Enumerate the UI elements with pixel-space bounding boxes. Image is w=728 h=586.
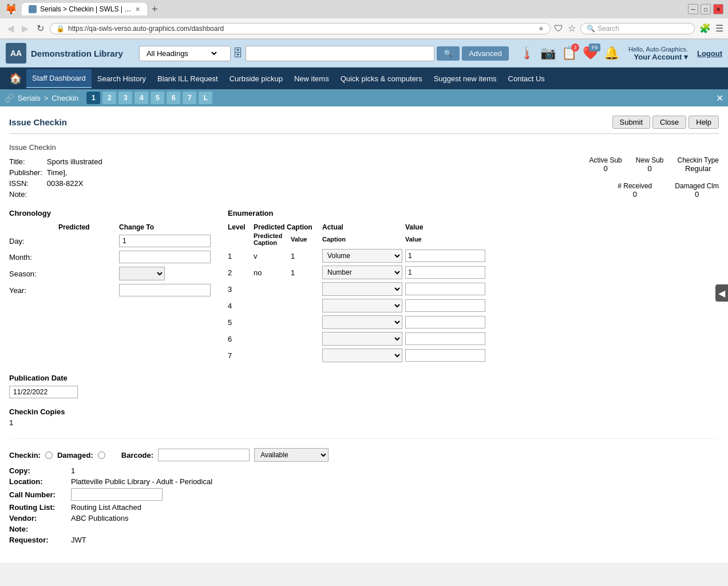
nav-blank-ill[interactable]: Blank ILL Request bbox=[152, 70, 224, 88]
copy-label: Copy: bbox=[9, 466, 66, 475]
menu-icon[interactable]: ☰ bbox=[715, 23, 723, 34]
location-label: Location: bbox=[9, 477, 66, 486]
breadcrumb-checkin[interactable]: Checkin bbox=[52, 94, 78, 102]
checkin-type-label: Checkin Type bbox=[678, 156, 719, 164]
checkin-copies-value: 1 bbox=[9, 418, 719, 427]
note-label: Note: bbox=[9, 189, 47, 200]
enum-actual-caption-7[interactable]: VolumeNumber bbox=[322, 349, 402, 362]
nav-contact[interactable]: Contact Us bbox=[503, 70, 551, 88]
nav-curbside[interactable]: Curbside pickup bbox=[224, 70, 288, 88]
breadcrumb-tab-7[interactable]: 7 bbox=[183, 92, 196, 104]
browser-search[interactable]: 🔍 Search bbox=[580, 23, 695, 34]
barcode-input[interactable] bbox=[158, 449, 250, 461]
list-icon[interactable]: 📋 3 bbox=[561, 46, 577, 61]
new-tab-button[interactable]: + bbox=[152, 3, 158, 15]
enum-actual-value-3[interactable] bbox=[405, 283, 485, 295]
hot-icon[interactable]: 🌡️ bbox=[519, 46, 535, 61]
breadcrumb-tab-3[interactable]: 3 bbox=[118, 92, 132, 104]
enumeration-title: Enumeration bbox=[228, 209, 719, 217]
chrono-day-input[interactable] bbox=[119, 235, 211, 247]
chrono-season-select[interactable]: Spring Summer Fall Winter bbox=[119, 267, 165, 280]
maximize-button[interactable]: □ bbox=[701, 4, 711, 14]
publisher-value: Time], bbox=[47, 167, 102, 178]
enum-actual-caption-3[interactable]: VolumeNumber bbox=[322, 282, 402, 296]
breadcrumb-tab-5[interactable]: 5 bbox=[151, 92, 164, 104]
availability-select[interactable]: Available Checked Out On Order bbox=[254, 448, 329, 462]
heading-select[interactable]: All Headings bbox=[144, 49, 219, 58]
extensions-icon[interactable]: 🧩 bbox=[699, 23, 711, 34]
account-link[interactable]: Your Account ▾ bbox=[634, 53, 688, 61]
enum-level-3: 3 bbox=[228, 285, 251, 294]
tab-close-icon[interactable]: ✕ bbox=[135, 6, 140, 13]
nav-new-items[interactable]: New items bbox=[288, 70, 335, 88]
pub-date-input[interactable] bbox=[9, 386, 78, 398]
enum-actual-caption-1[interactable]: VolumeNumberIssue bbox=[322, 249, 402, 263]
checkin-radio[interactable] bbox=[45, 452, 53, 459]
enum-actual-value-5[interactable] bbox=[405, 316, 485, 328]
nav-staff-dashboard[interactable]: Staff Dashboard bbox=[26, 69, 92, 88]
breadcrumb-tab-6[interactable]: 6 bbox=[167, 92, 180, 104]
heart-icon[interactable]: ❤️ F9 bbox=[583, 46, 598, 61]
shield-icon: 🛡 bbox=[554, 23, 563, 34]
chrono-month-label: Month: bbox=[9, 253, 55, 262]
forward-button[interactable]: ▶ bbox=[19, 22, 31, 35]
close-button[interactable]: Close bbox=[652, 116, 686, 129]
damaged-clm-value: 0 bbox=[675, 190, 719, 199]
breadcrumb-tab-L[interactable]: L bbox=[199, 92, 212, 104]
chrono-year-input[interactable] bbox=[119, 284, 211, 296]
enum-actual-caption-5[interactable]: VolumeNumber bbox=[322, 315, 402, 329]
browser-tab[interactable]: Serials > Checkin | SWLS | platt ✕ bbox=[22, 3, 147, 15]
breadcrumb-tab-4[interactable]: 4 bbox=[134, 92, 148, 104]
requestor-label: Requestor: bbox=[9, 536, 66, 544]
submit-button[interactable]: Submit bbox=[612, 116, 650, 129]
bookmark-icon[interactable]: ☆ bbox=[568, 23, 576, 34]
enum-actual-value-7[interactable] bbox=[405, 349, 485, 362]
enum-value-1: 1 bbox=[291, 252, 319, 260]
active-sub-value: 0 bbox=[589, 164, 622, 173]
chrono-change-header: Change To bbox=[119, 223, 211, 231]
minimize-button[interactable]: ─ bbox=[688, 4, 698, 14]
breadcrumb-serials[interactable]: Serials bbox=[18, 94, 41, 102]
breadcrumb-tab-1[interactable]: 1 bbox=[86, 92, 100, 104]
page-title: Issue Checkin bbox=[9, 117, 67, 127]
enum-level-7: 7 bbox=[228, 351, 251, 360]
heading-select-wrapper[interactable]: All Headings bbox=[139, 46, 231, 61]
call-number-input[interactable] bbox=[71, 488, 163, 501]
enum-actual-caption-4[interactable]: VolumeNumber bbox=[322, 299, 402, 312]
enum-actual-value-header: Value bbox=[405, 223, 485, 231]
database-icon[interactable]: 🗄 bbox=[233, 47, 243, 60]
enum-actual-value-2[interactable] bbox=[405, 266, 485, 279]
camera-icon[interactable]: 📷 bbox=[540, 46, 556, 61]
close-breadcrumb-button[interactable]: ✕ bbox=[716, 93, 723, 104]
breadcrumb-tab-2[interactable]: 2 bbox=[102, 92, 116, 104]
back-button[interactable]: ◀ bbox=[5, 22, 16, 35]
chrono-season-label: Season: bbox=[9, 270, 55, 278]
address-bar[interactable]: 🔒 https://qa-swls-verso.auto-graphics.co… bbox=[50, 23, 551, 34]
reload-button[interactable]: ↻ bbox=[34, 22, 46, 35]
link-icon: 🔗 bbox=[5, 93, 14, 102]
received-label: # Received bbox=[618, 182, 652, 190]
logout-button[interactable]: Logout bbox=[697, 49, 722, 58]
home-icon[interactable]: 🏠 bbox=[5, 68, 26, 89]
enum-actual-value-1[interactable] bbox=[405, 250, 485, 262]
enum-actual-caption-6[interactable]: VolumeNumber bbox=[322, 332, 402, 346]
nav-quick-picks[interactable]: Quick picks & computers bbox=[335, 70, 428, 88]
bell-icon[interactable]: 🔔 bbox=[604, 46, 619, 61]
help-button[interactable]: Help bbox=[689, 116, 719, 129]
routing-list-value: Routing List Attached bbox=[71, 503, 141, 512]
nav-search-history[interactable]: Search History bbox=[92, 70, 152, 88]
tab-title: Serials > Checkin | SWLS | platt bbox=[40, 5, 132, 13]
chrono-year-label: Year: bbox=[9, 286, 55, 295]
section-label: Issue Checkin bbox=[9, 143, 719, 152]
side-collapse-button[interactable]: ◀ bbox=[715, 284, 728, 302]
close-window-button[interactable]: ✕ bbox=[713, 4, 723, 14]
search-input[interactable] bbox=[246, 46, 434, 61]
nav-suggest[interactable]: Suggest new items bbox=[428, 70, 503, 88]
advanced-button[interactable]: Advanced bbox=[462, 46, 509, 61]
enum-actual-value-6[interactable] bbox=[405, 332, 485, 345]
chrono-month-input[interactable] bbox=[119, 251, 211, 263]
enum-actual-value-4[interactable] bbox=[405, 299, 485, 312]
enum-actual-caption-2[interactable]: NumberVolumeIssue bbox=[322, 266, 402, 279]
damaged-radio[interactable] bbox=[98, 452, 105, 459]
search-button[interactable]: 🔍 bbox=[437, 46, 460, 61]
